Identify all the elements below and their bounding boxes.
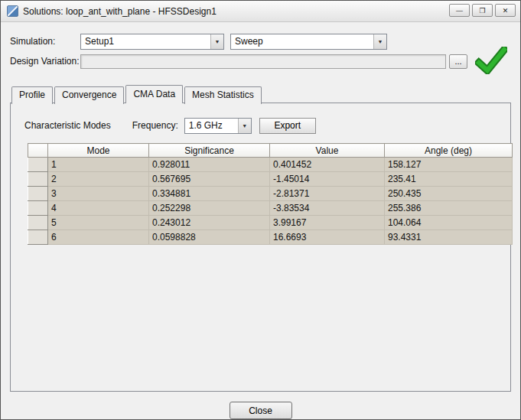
solutions-dialog: Solutions: loop_ant_with_plane - HFSSDes… — [0, 0, 521, 420]
table-cell: 0.334881 — [149, 187, 270, 201]
table-cell: -3.83534 — [270, 201, 385, 216]
sweep-dropdown[interactable]: Sweep ▼ — [230, 34, 387, 50]
cma-data-panel: Characteristic Modes Frequency: 1.6 GHz … — [10, 103, 511, 392]
close-icon[interactable]: ✕ — [495, 4, 516, 17]
table-cell: 16.6693 — [270, 230, 385, 245]
table-cell: 3.99167 — [270, 216, 385, 230]
chevron-down-icon[interactable]: ▼ — [210, 34, 223, 49]
table-cell: 0.401452 — [270, 158, 385, 172]
design-variation-label: Design Variation: — [10, 56, 80, 67]
table-cell: -1.45014 — [270, 172, 385, 187]
table-cell: 104.064 — [385, 216, 513, 230]
tab-bar: Profile Convergence CMA Data Mesh Statis… — [10, 85, 511, 103]
row-selector-header[interactable] — [28, 144, 48, 158]
cma-controls: Characteristic Modes Frequency: 1.6 GHz … — [24, 117, 510, 134]
table-row[interactable]: 30.334881-2.81371250.435 — [28, 187, 513, 201]
column-header[interactable]: Significance — [149, 144, 270, 158]
table-cell: 250.435 — [385, 187, 513, 201]
table-cell: 0.243012 — [149, 216, 270, 230]
row-selector[interactable] — [28, 216, 48, 230]
browse-button[interactable]: ... — [449, 54, 467, 69]
simulation-label: Simulation: — [10, 36, 80, 47]
column-header[interactable]: Angle (deg) — [385, 144, 513, 158]
minimize-button[interactable]: — — [449, 4, 470, 17]
frequency-dropdown[interactable]: 1.6 GHz ▼ — [184, 118, 252, 134]
table-cell: 1 — [48, 158, 149, 172]
close-button[interactable]: Close — [230, 402, 292, 419]
table-cell: 93.4331 — [385, 230, 513, 245]
setup-dropdown[interactable]: Setup1 ▼ — [80, 34, 224, 50]
app-icon — [7, 5, 18, 17]
table-row[interactable]: 50.2430123.99167104.064 — [28, 216, 513, 230]
setup-dropdown-value: Setup1 — [85, 36, 210, 47]
export-button[interactable]: Export — [259, 118, 316, 134]
chevron-down-icon[interactable]: ▼ — [373, 34, 386, 49]
row-selector[interactable] — [28, 230, 48, 245]
characteristic-modes-label: Characteristic Modes — [24, 120, 111, 131]
table-body: 10.9280110.401452158.12720.567695-1.4501… — [28, 158, 513, 245]
maximize-button[interactable]: ❐ — [472, 4, 493, 17]
table-cell: 0.928011 — [149, 158, 270, 172]
row-selector[interactable] — [28, 201, 48, 216]
frequency-dropdown-value: 1.6 GHz — [189, 120, 238, 131]
table-cell: 6 — [48, 230, 149, 245]
table-cell: 0.252298 — [149, 201, 270, 216]
simulation-row: Simulation: Setup1 ▼ Sweep ▼ — [10, 33, 511, 50]
tab-convergence[interactable]: Convergence — [54, 86, 124, 104]
chevron-down-icon[interactable]: ▼ — [238, 119, 251, 133]
table-row[interactable]: 20.567695-1.45014235.41 — [28, 172, 513, 187]
table-row[interactable]: 40.252298-3.83534255.386 — [28, 201, 513, 216]
table-cell: 5 — [48, 216, 149, 230]
design-variation-input[interactable] — [80, 54, 446, 69]
table-cell: 4 — [48, 201, 149, 216]
window-title: Solutions: loop_ant_with_plane - HFSSDes… — [23, 6, 444, 17]
dialog-footer: Close — [1, 392, 520, 420]
tab-profile[interactable]: Profile — [11, 86, 53, 104]
table-row[interactable]: 10.9280110.401452158.127 — [28, 158, 513, 172]
table-cell: 255.386 — [385, 201, 513, 216]
table-row[interactable]: 60.059882816.669393.4331 — [28, 230, 513, 245]
table-cell: 0.567695 — [149, 172, 270, 187]
table-cell: 158.127 — [385, 158, 513, 172]
validation-check-icon — [474, 45, 508, 76]
sweep-dropdown-value: Sweep — [235, 36, 373, 47]
row-selector[interactable] — [28, 187, 48, 201]
design-variation-row: Design Variation: ... — [10, 53, 511, 70]
cma-table: ModeSignificanceValueAngle (deg) 10.9280… — [28, 143, 513, 245]
table-cell: 235.41 — [385, 172, 513, 187]
table-header: ModeSignificanceValueAngle (deg) — [28, 144, 513, 158]
row-selector[interactable] — [28, 158, 48, 172]
column-header[interactable]: Value — [270, 144, 385, 158]
column-header[interactable]: Mode — [48, 144, 149, 158]
table-cell: 0.0598828 — [149, 230, 270, 245]
cma-table-container: ModeSignificanceValueAngle (deg) 10.9280… — [28, 143, 501, 245]
table-cell: -2.81371 — [270, 187, 385, 201]
dialog-content: Simulation: Setup1 ▼ Sweep ▼ Design Vari… — [1, 22, 520, 392]
tab-mesh-statistics[interactable]: Mesh Statistics — [184, 86, 262, 104]
frequency-label: Frequency: — [132, 120, 178, 131]
table-cell: 3 — [48, 187, 149, 201]
table-cell: 2 — [48, 172, 149, 187]
tab-cma-data[interactable]: CMA Data — [125, 85, 183, 103]
titlebar[interactable]: Solutions: loop_ant_with_plane - HFSSDes… — [1, 1, 520, 22]
row-selector[interactable] — [28, 172, 48, 187]
